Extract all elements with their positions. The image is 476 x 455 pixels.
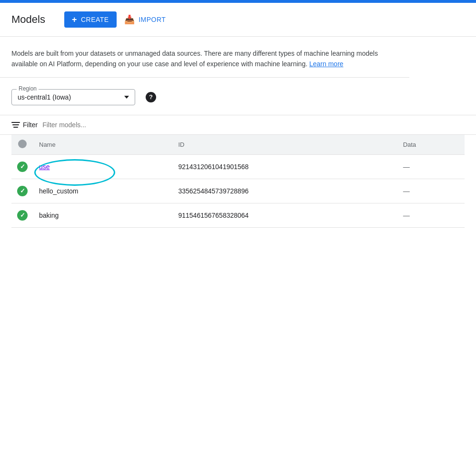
filter-input[interactable] [42, 121, 465, 129]
name-header: Name [33, 135, 172, 155]
filter-line-1 [11, 122, 20, 123]
header: Models + CREATE 📥 IMPORT [0, 3, 476, 37]
data-cell: — [397, 154, 465, 179]
data-cell: — [397, 203, 465, 227]
description-section: Models are built from your datasets or u… [0, 37, 409, 78]
name-cell: hello_custom [33, 179, 172, 203]
import-icon: 📥 [124, 15, 135, 24]
id-cell: 9214312061041901568 [172, 154, 397, 179]
region-section: Region us-central1 (Iowa) ? [0, 78, 476, 115]
status-cell: ✓ [11, 203, 33, 227]
id-cell: 3356254845739728896 [172, 179, 397, 203]
create-button[interactable]: + CREATE [64, 11, 117, 28]
import-label: IMPORT [139, 16, 166, 23]
create-label: CREATE [81, 16, 109, 23]
highlight-oval-container: use [39, 163, 50, 171]
id-cell: 9115461567658328064 [172, 203, 397, 227]
table-row[interactable]: ✓hello_custom3356254845739728896— [11, 179, 465, 203]
data-cell: — [397, 179, 465, 203]
region-select[interactable]: Region us-central1 (Iowa) [11, 89, 135, 105]
status-cell: ✓ [11, 154, 33, 179]
select-all-checkbox[interactable] [18, 140, 27, 148]
header-actions: + CREATE 📥 IMPORT [64, 11, 166, 28]
id-header: ID [172, 135, 397, 155]
table-row[interactable]: ✓baking9115461567658328064— [11, 203, 465, 227]
checkbox-header [11, 135, 33, 155]
region-label: Region [17, 85, 39, 92]
learn-more-link[interactable]: Learn more [309, 60, 344, 68]
table-section: Name ID Data ✓use9214312061041901568—✓he… [0, 135, 476, 228]
name-cell: baking [33, 203, 172, 227]
table-header-row: Name ID Data [11, 135, 465, 155]
chevron-down-icon [124, 96, 129, 99]
filter-icon-wrapper: Filter [11, 121, 38, 129]
model-name: baking [39, 212, 59, 219]
filter-line-3 [13, 127, 18, 128]
import-button[interactable]: 📥 IMPORT [124, 15, 166, 24]
models-table: Name ID Data ✓use9214312061041901568—✓he… [11, 135, 465, 228]
filter-section: Filter [0, 115, 476, 135]
name-cell: use [33, 154, 172, 179]
model-name: hello_custom [39, 187, 79, 195]
filter-icon[interactable] [11, 122, 20, 128]
table-row[interactable]: ✓use9214312061041901568— [11, 154, 465, 179]
page-title: Models [11, 13, 45, 26]
region-value: us-central1 (Iowa) [18, 93, 119, 101]
help-icon[interactable]: ? [146, 92, 156, 102]
check-icon: ✓ [17, 162, 28, 172]
plus-icon: + [72, 15, 77, 24]
status-cell: ✓ [11, 179, 33, 203]
model-name-link[interactable]: use [39, 163, 50, 171]
check-icon: ✓ [17, 210, 28, 221]
check-icon: ✓ [17, 186, 28, 196]
filter-label: Filter [23, 121, 38, 129]
filter-line-2 [12, 124, 19, 125]
data-header: Data [397, 135, 465, 155]
